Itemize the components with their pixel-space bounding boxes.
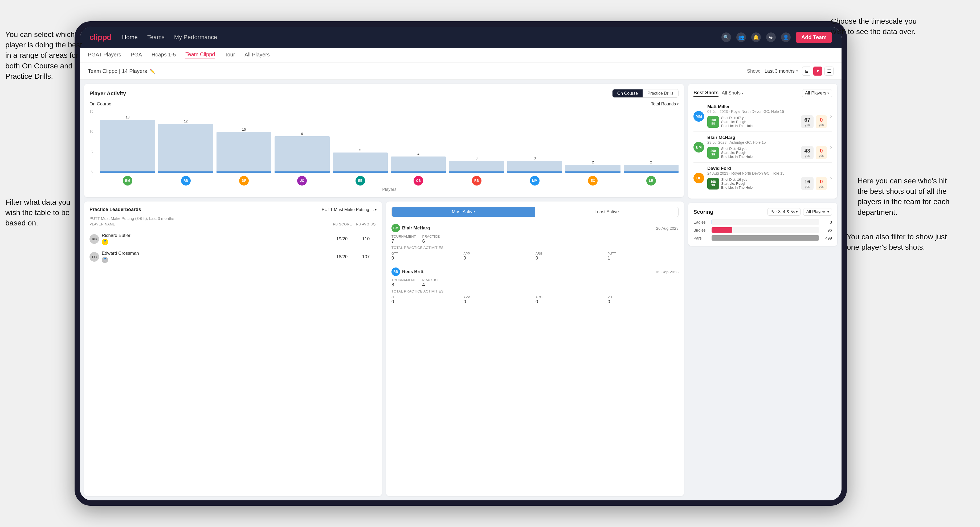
avatar-billingham[interactable]: OB <box>391 176 446 186</box>
chevron-down-icon: ▾ <box>742 92 743 95</box>
chevron-down-icon: ▾ <box>375 208 377 211</box>
annotation-player-select: You can select which player is doing the… <box>5 29 83 81</box>
all-shots-tab[interactable]: All Shots ▾ <box>722 90 743 96</box>
score-label-birdies: Birdies <box>694 228 710 232</box>
profile-icon[interactable]: 👤 <box>781 32 791 42</box>
player-activity-title: Player Activity <box>89 90 126 97</box>
chevron-right-icon: › <box>830 175 832 181</box>
best-shots-tab[interactable]: Best Shots <box>694 90 719 97</box>
subnav-all-players[interactable]: All Players <box>245 52 269 59</box>
player-avatar-0: RB <box>92 237 97 241</box>
subnav-pgat[interactable]: PGAT Players <box>88 52 121 59</box>
add-icon[interactable]: ⊕ <box>766 32 776 42</box>
table-headers: PLAYER NAME PB SCORE PB AVG SQ <box>89 221 377 228</box>
player-row-1[interactable]: EC Edward Crossman 🥈 18/20 107 <box>89 248 377 266</box>
bar-value-6: 3 <box>476 156 477 160</box>
scoring-filter-group: Par 3, 4 & 5s ▾ All Players ▾ <box>767 208 832 216</box>
player-score-1: 18/20 <box>331 254 353 259</box>
least-active-tab[interactable]: Least Active <box>535 207 678 217</box>
par-date-0: 26 Aug 2023 <box>656 226 679 230</box>
bell-icon[interactable]: 🔔 <box>751 32 761 42</box>
players-filter[interactable]: All Players ▾ <box>803 208 832 216</box>
par-filter[interactable]: Par 3, 4 & 5s ▾ <box>767 208 801 216</box>
avatar-ford[interactable]: DF <box>216 176 271 186</box>
on-course-toggle[interactable]: On Course <box>612 89 643 97</box>
on-course-label: On Course <box>89 102 111 107</box>
y-tick-0: 0 <box>91 169 93 173</box>
nav-teams[interactable]: Teams <box>147 34 165 41</box>
total-rounds-dropdown[interactable]: Total Rounds ▾ <box>651 102 679 106</box>
th-player-name: PLAYER NAME <box>89 222 330 226</box>
rounds-practice-1: Practice 4 <box>422 278 440 288</box>
bar-miller: 3 <box>508 156 562 173</box>
x-axis-label: Players <box>89 187 679 192</box>
shot-details-0: 200SG Shot Dist: 67 yds Start Lie: Rough… <box>707 115 827 128</box>
list-view-button[interactable]: ☰ <box>824 67 834 76</box>
nav-my-performance[interactable]: My Performance <box>174 34 217 41</box>
avatar-miller[interactable]: MM <box>508 176 562 186</box>
practice-header: Practice Leaderboards PUTT Must Make Put… <box>89 207 377 213</box>
shot-info-1: Blair McHarg 23 Jul 2023 · Ashridge GC, … <box>707 135 827 159</box>
avatar-crossman[interactable]: EC <box>565 176 620 186</box>
y-tick-15: 15 <box>89 110 93 113</box>
bar-crossman: 2 <box>565 160 620 173</box>
pa-app-0: APP0 <box>464 252 535 261</box>
annotation-filter: Filter what data you wish the table to b… <box>5 197 80 229</box>
player-row-0[interactable]: RB Richard Butler 🥇 19/20 110 <box>89 230 377 248</box>
chevron-right-icon: › <box>830 144 832 150</box>
avatar-coles[interactable]: JC <box>275 176 329 186</box>
avatar-ebert[interactable]: EE <box>333 176 388 186</box>
shot-details-2: 198SG Shot Dist: 16 yds Start Lie: Rough… <box>707 177 827 190</box>
bar-value-5: 4 <box>418 152 419 156</box>
most-active-tab[interactable]: Most Active <box>392 207 535 217</box>
annotation-best-shots: Here you can see who's hit the best shot… <box>858 176 959 217</box>
score-val-pars: 499 <box>821 236 832 240</box>
shot-player-2: David Ford <box>707 166 827 171</box>
avatar-butler[interactable]: RB <box>449 176 504 186</box>
subnav-hcaps[interactable]: Hcaps 1-5 <box>151 52 176 59</box>
add-team-button[interactable]: Add Team <box>796 32 832 43</box>
search-icon[interactable]: 🔍 <box>721 32 731 42</box>
shot-badge-1: 200SG <box>707 147 719 159</box>
bar-robertson: 2 <box>624 160 679 173</box>
rounds-label-tournament-1: Tournament <box>391 278 416 282</box>
annotation-player-filter: You can also filter to show just one pla… <box>847 232 959 252</box>
par-name-0: BM Blair McHarg <box>391 224 430 232</box>
card-view-button[interactable]: ♥ <box>813 67 822 76</box>
avatar-mcharg[interactable]: BM <box>100 176 155 186</box>
score-bar-fill-eagles <box>711 219 712 225</box>
subnav-pga[interactable]: PGA <box>131 52 142 59</box>
bar-value-8: 2 <box>592 160 594 164</box>
shot-badge-2: 198SG <box>707 178 719 189</box>
users-icon[interactable]: 👥 <box>736 32 746 42</box>
practice-filter-dropdown[interactable]: PUTT Must Make Putting ... ▾ <box>322 207 377 212</box>
bar-fill-3 <box>275 136 329 173</box>
edit-icon[interactable]: ✏️ <box>150 69 155 74</box>
avatar-britt[interactable]: RB <box>158 176 213 186</box>
scoring-header: Scoring Par 3, 4 & 5s ▾ All Players ▾ <box>694 208 832 216</box>
shot-text-details-1: Shot Dist: 43 yds Start Lie: Rough End L… <box>721 147 799 159</box>
grid-view-button[interactable]: ⊞ <box>802 67 811 76</box>
bar-ebert: 5 <box>333 148 388 173</box>
shot-course-2: 24 Aug 2023 · Royal North Devon GC, Hole… <box>707 171 827 175</box>
nav-home[interactable]: Home <box>122 34 138 41</box>
chevron-down-icon: ▾ <box>677 102 679 106</box>
all-players-filter[interactable]: All Players ▾ <box>802 89 832 97</box>
active-player-row-0: BM Blair McHarg 26 Aug 2023 Tournament 7 <box>391 221 679 264</box>
bar-value-7: 3 <box>534 156 536 160</box>
best-shots-tabs: Best Shots All Shots ▾ <box>694 90 743 97</box>
practice-drills-toggle[interactable]: Practice Drills <box>643 89 678 97</box>
most-active-card: Most Active Least Active BM Blair McHarg… <box>386 202 684 496</box>
subnav-team-clippd[interactable]: Team Clippd <box>185 51 215 59</box>
shot-entry-0[interactable]: MM Matt Miller 09 Jun 2023 · Royal North… <box>694 101 832 132</box>
active-player-row-1: RB Rees Britt 02 Sep 2023 Tournament 8 <box>391 264 679 308</box>
bar-value-4: 5 <box>359 148 361 152</box>
tablet-device: clippd Home Teams My Performance 🔍 👥 🔔 ⊕… <box>75 21 847 506</box>
shot-entry-2[interactable]: DF David Ford 24 Aug 2023 · Royal North … <box>694 163 832 193</box>
avatar-robertson[interactable]: LR <box>624 176 679 186</box>
subnav-tour[interactable]: Tour <box>224 52 235 59</box>
timescale-dropdown[interactable]: Last 3 months ▾ <box>765 68 798 74</box>
th-pb-avg: PB AVG SQ <box>355 222 377 226</box>
shot-entry-1[interactable]: BM Blair McHarg 23 Jul 2023 · Ashridge G… <box>694 132 832 163</box>
activities-label-1: Total Practice Activities <box>391 289 679 293</box>
